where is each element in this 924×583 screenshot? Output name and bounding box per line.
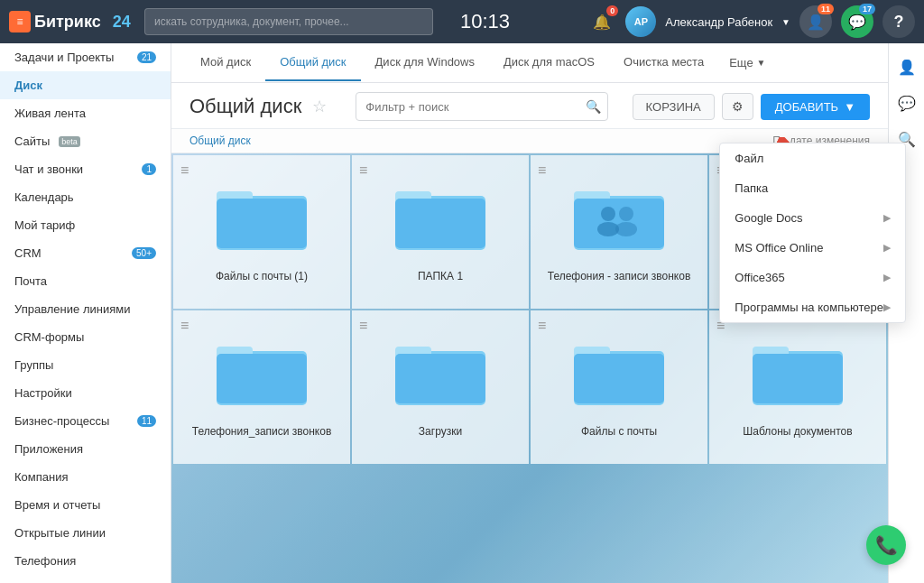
- list-item[interactable]: ≡ ПАПКА 1: [352, 155, 529, 309]
- sidebar-item-company[interactable]: Компания: [0, 463, 171, 491]
- sidebar-item-calendar[interactable]: Календарь: [0, 183, 171, 211]
- folder-icon: [574, 338, 664, 410]
- notification-button[interactable]: 👤 11: [799, 5, 832, 38]
- sidebar-item-sites[interactable]: Сайты beta: [0, 127, 171, 155]
- tab-macos[interactable]: Диск для macOS: [489, 44, 609, 81]
- folder-icon: [395, 338, 485, 410]
- sidebar-item-disk[interactable]: Диск: [0, 71, 171, 99]
- messages-button[interactable]: 💬 17: [841, 5, 873, 38]
- messages-badge: 17: [859, 4, 875, 14]
- disk-search-icon: 🔍: [586, 99, 601, 114]
- disk-title: Общий диск: [189, 95, 301, 118]
- disk-filter-input[interactable]: [356, 92, 608, 121]
- file-name: ПАПКА 1: [411, 266, 470, 293]
- list-item[interactable]: ≡ Файлы с почты: [531, 310, 707, 464]
- sidebar-item-time[interactable]: Время и отчеты: [0, 491, 171, 519]
- right-chat-button[interactable]: 💬: [892, 88, 921, 117]
- sidebar-item-groups[interactable]: Группы: [0, 351, 171, 379]
- topbar-search-input[interactable]: [144, 8, 433, 35]
- dropdown-item-googledocs[interactable]: Google Docs ▶: [720, 203, 905, 233]
- tab-more-label: Еще: [729, 56, 753, 69]
- file-menu-icon[interactable]: ≡: [538, 318, 546, 334]
- feed-label: Живая лента: [14, 106, 86, 120]
- folder-icon: [395, 182, 485, 254]
- sidebar-item-feed[interactable]: Живая лента: [0, 99, 171, 127]
- dropdown-googledocs-label: Google Docs: [735, 211, 802, 225]
- right-notifications-button[interactable]: 👤: [892, 52, 921, 81]
- sidebar-item-settings[interactable]: Настройки: [0, 379, 171, 407]
- dropdown-programs-label: Программы на компьютере: [735, 301, 883, 314]
- list-item[interactable]: ≡ Файлы с почты (1): [173, 155, 350, 309]
- tab-mydisk[interactable]: Мой диск: [186, 44, 265, 81]
- dropdown-item-file[interactable]: Файл: [720, 143, 905, 173]
- file-menu-icon[interactable]: ≡: [180, 318, 189, 334]
- groups-label: Группы: [14, 358, 53, 372]
- file-menu-icon[interactable]: ≡: [359, 162, 367, 179]
- chat-badge: 1: [142, 163, 156, 175]
- file-menu-icon[interactable]: ≡: [180, 162, 189, 179]
- time-label: Время и отчеты: [14, 498, 100, 512]
- sidebar-item-apps[interactable]: Приложения: [0, 435, 171, 463]
- openlines-label: Открытые линии: [14, 526, 106, 540]
- settings-label: Настройки: [14, 386, 72, 400]
- app-name: Битрикс: [34, 13, 101, 32]
- sidebar-item-tariff[interactable]: Мой тариф: [0, 211, 171, 239]
- disk-settings-button[interactable]: ⚙: [722, 93, 753, 120]
- svg-rect-2: [217, 199, 307, 248]
- sidebar-item-mail[interactable]: Почта: [0, 267, 171, 295]
- list-item[interactable]: ≡ Телефония_записи звонков: [173, 310, 350, 464]
- dropdown-item-office365[interactable]: Office365 ▶: [720, 263, 905, 292]
- list-item[interactable]: ≡: [531, 155, 707, 309]
- file-menu-icon[interactable]: ≡: [538, 162, 546, 179]
- sidebar-item-tasks[interactable]: Задачи и Проекты 21: [0, 43, 171, 71]
- tariff-label: Мой тариф: [14, 218, 75, 232]
- tab-cleanup[interactable]: Очистка места: [609, 44, 718, 81]
- disk-label: Диск: [14, 79, 42, 92]
- sidebar-item-telephony[interactable]: Телефония: [0, 547, 171, 575]
- dropdown-item-msofficeonline[interactable]: MS Office Online ▶: [720, 233, 905, 263]
- tab-commondisk[interactable]: Общий диск: [265, 44, 360, 81]
- basket-button[interactable]: КОРЗИНА: [633, 94, 715, 120]
- folder-icon-wrap: [753, 338, 843, 412]
- sidebar-item-lines[interactable]: Управление линиями: [0, 295, 171, 323]
- sidebar-item-crm[interactable]: CRM 50+: [0, 239, 171, 267]
- phone-button[interactable]: 📞: [866, 525, 906, 565]
- sidebar-item-crmmarketing[interactable]: CRM-маркетинг beta: [0, 575, 171, 583]
- file-menu-icon[interactable]: ≡: [359, 318, 367, 334]
- list-item[interactable]: ≡ Шаблоны документов: [709, 310, 886, 464]
- add-button[interactable]: ДОБАВИТЬ ▼: [761, 94, 870, 120]
- dropdown-msofficeonline-chevron-icon: ▶: [883, 242, 891, 254]
- bell-button[interactable]: 🔔 0: [587, 7, 616, 36]
- tab-windows[interactable]: Диск для Windows: [361, 44, 489, 81]
- dropdown-item-folder[interactable]: Папка: [720, 173, 905, 203]
- add-button-arrow-icon: ▼: [844, 100, 855, 114]
- folder-icon-wrap: [395, 182, 485, 257]
- user-name[interactable]: Александр Рабенок: [665, 15, 772, 29]
- disk-star-icon[interactable]: ☆: [312, 97, 327, 116]
- list-item[interactable]: ≡ Загрузки: [352, 310, 529, 464]
- sites-label: Сайты: [14, 134, 50, 148]
- user-avatar[interactable]: АР: [625, 6, 656, 37]
- sidebar-item-chat[interactable]: Чат и звонки 1: [0, 155, 171, 183]
- svg-rect-18: [217, 354, 307, 403]
- lines-label: Управление линиями: [14, 302, 130, 316]
- dropdown-googledocs-chevron-icon: ▶: [883, 212, 891, 224]
- help-button[interactable]: ?: [882, 5, 915, 38]
- sidebar-item-bizproc[interactable]: Бизнес-процессы 11: [0, 407, 171, 435]
- svg-rect-24: [574, 354, 664, 403]
- tab-bar: Мой диск Общий диск Диск для Windows Дис…: [171, 43, 888, 83]
- sidebar-item-openlines[interactable]: Открытые линии: [0, 519, 171, 547]
- tab-more[interactable]: Еще ▼: [718, 47, 776, 79]
- sites-beta-badge: beta: [59, 136, 80, 147]
- folder-icon-wrap: [217, 338, 307, 412]
- svg-rect-27: [753, 354, 843, 403]
- dropdown-item-programs[interactable]: Программы на компьютере ▶: [720, 292, 905, 322]
- apps-label: Приложения: [14, 442, 83, 456]
- bizproc-badge: 11: [137, 415, 156, 427]
- sidebar-item-crmforms[interactable]: CRM-формы: [0, 323, 171, 351]
- app-logo[interactable]: ≡ Битрикс 24: [9, 11, 135, 32]
- sidebar: Задачи и Проекты 21 Диск Живая лента Сай…: [0, 43, 171, 583]
- folder-icon-wrap: [574, 182, 664, 257]
- breadcrumb[interactable]: Общий диск: [189, 134, 251, 147]
- file-name: Загрузки: [411, 421, 469, 449]
